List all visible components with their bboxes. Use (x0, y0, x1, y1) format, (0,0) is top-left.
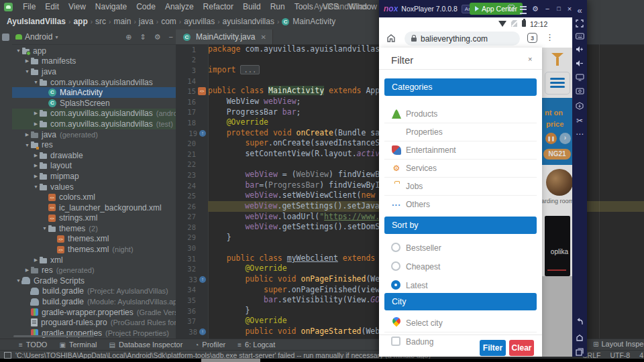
horizontal-scrollbar[interactable] (13, 335, 94, 337)
layout-inspector-button[interactable]: ⊞ Layout Inspector (593, 340, 644, 348)
install-apk-icon[interactable] (572, 102, 587, 110)
tree-item[interactable]: ▶com.ayuvillas.ayuislandvillas(androidTe… (12, 109, 176, 119)
menu-edit[interactable]: Edit (40, 1, 64, 13)
tree-expand-arrow[interactable]: ▼ (41, 226, 48, 231)
tab-mainactivity[interactable]: C MainActivity.java ✕ (176, 29, 273, 44)
tree-item[interactable]: ▶res(generated) (12, 265, 176, 276)
tree-item[interactable]: ▶manifests (12, 56, 176, 67)
tree-item[interactable]: ▼res (12, 139, 176, 150)
tree-item[interactable]: ▼Gradle Scripts (12, 276, 176, 286)
tool-button-terminal[interactable]: ▣Terminal (59, 341, 97, 349)
radio-unselected[interactable] (391, 261, 400, 271)
breadcrumb-item[interactable]: src (94, 17, 107, 26)
volume-up-icon[interactable] (572, 46, 587, 53)
category-item-jobs[interactable]: Jobs (379, 178, 542, 196)
filter-apply-button[interactable]: Filter (480, 340, 506, 356)
radio-selected[interactable] (391, 280, 400, 290)
menu-file[interactable]: File (18, 1, 40, 13)
menu-analyze[interactable]: Analyze (160, 1, 199, 13)
breadcrumb-item[interactable]: MainActivity (291, 17, 337, 26)
category-item-properties[interactable]: Properties (379, 123, 542, 141)
hide-panel-icon[interactable]: − (166, 33, 176, 41)
dialog-close-icon[interactable]: × (528, 55, 532, 63)
tree-item[interactable]: <>ic_launcher_background.xml (12, 202, 176, 213)
breadcrumb-item[interactable]: AyulslandVillas (5, 17, 67, 26)
tree-collapse-arrow[interactable]: ▶ (23, 267, 31, 273)
menu-code[interactable]: Code (131, 1, 160, 13)
tree-collapse-arrow[interactable]: ▶ (32, 257, 40, 263)
sort-option-latest[interactable]: Latest (379, 277, 542, 295)
tree-item[interactable]: <>colors.xml (12, 192, 176, 202)
menu-view[interactable]: View (64, 1, 91, 13)
tree-collapse-arrow[interactable]: ▶ (23, 58, 31, 64)
tree-item[interactable]: <>themes.xml(night) (12, 244, 176, 255)
tree-item[interactable]: ▶mipmap (12, 171, 176, 182)
menu-navigate[interactable]: Navigate (91, 1, 131, 13)
overriding-method-icon[interactable]: ↑ (199, 328, 206, 335)
radio-unselected[interactable] (391, 243, 400, 252)
tree-collapse-arrow[interactable]: ▶ (23, 132, 31, 137)
tree-item[interactable]: ▼themes(2) (12, 223, 176, 234)
tool-button-profiler[interactable]: ◔Profiler (195, 341, 225, 349)
collapse-icon[interactable]: « (572, 5, 587, 15)
tree-collapse-arrow[interactable]: ▶ (32, 153, 40, 158)
tree-expand-arrow[interactable]: ▼ (32, 184, 40, 189)
tree-expand-arrow[interactable]: ▼ (23, 69, 31, 74)
nox-settings-gear-icon[interactable]: ⚙ (531, 4, 540, 13)
breadcrumb-item[interactable]: main (112, 17, 132, 26)
screenshot-icon[interactable] (572, 87, 587, 95)
tree-expand-arrow[interactable]: ▼ (15, 48, 22, 53)
keyboard-icon[interactable] (572, 33, 587, 40)
sort-option-bestseller[interactable]: Bestseller (379, 239, 542, 257)
nav-home-icon[interactable] (572, 334, 587, 342)
tree-item[interactable]: gradle-wrapper.properties(Gradle Version… (12, 307, 176, 318)
sort-option-cheapest[interactable]: Cheapest (379, 258, 542, 276)
checkbox-unchecked[interactable] (391, 337, 400, 346)
tree-expand-arrow[interactable]: ▼ (23, 143, 31, 147)
breadcrumb-item[interactable]: com (160, 17, 178, 26)
tree-item[interactable]: ▼java (12, 66, 176, 77)
tree-item[interactable]: <>themes.xml (12, 234, 176, 245)
breadcrumb-item[interactable]: app (72, 17, 89, 26)
tree-item[interactable]: <>strings.xml (12, 213, 176, 224)
menu-refactor[interactable]: Refactor (199, 1, 238, 13)
tree-collapse-arrow[interactable]: ▶ (32, 163, 40, 168)
tool-button-todo[interactable]: ≡TODO (19, 341, 47, 349)
settings-gear-icon[interactable]: ⚙ (152, 33, 164, 42)
theme-shirt-icon[interactable] (506, 4, 516, 13)
tool-button-database-inspector[interactable]: ▤Database Inspector (109, 341, 182, 349)
tree-item[interactable]: ▶xml (12, 255, 176, 265)
tree-item[interactable]: build.gradle(Module: AyulslandVillas.app… (12, 296, 176, 307)
breadcrumb-item[interactable]: ayuvillas (182, 17, 216, 26)
tree-item[interactable]: ▶layout (12, 161, 176, 172)
nox-menu-icon[interactable] (519, 4, 528, 13)
tree-collapse-arrow[interactable]: ▶ (32, 121, 40, 127)
category-item-products[interactable]: Products (379, 105, 542, 123)
overriding-method-icon[interactable]: ↑ (199, 276, 206, 283)
tree-item[interactable]: ▶drawable (12, 150, 176, 161)
console-icon[interactable] (4, 352, 11, 359)
category-item-services[interactable]: ⚙Services (379, 160, 542, 178)
volume-down-icon[interactable] (572, 60, 587, 67)
filter-clear-button[interactable]: Clear (509, 340, 534, 356)
tree-item[interactable]: ▼com.ayuvillas.ayuislandvillas (12, 77, 176, 88)
tree-item[interactable]: proguard-rules.pro(ProGuard Rules for Ay… (12, 317, 176, 328)
tree-collapse-arrow[interactable]: ▶ (32, 111, 40, 116)
collapse-all-icon[interactable]: ⇕ (137, 33, 148, 42)
tree-item[interactable]: ▼app (12, 46, 176, 56)
overriding-method-icon[interactable]: ↑ (199, 130, 206, 137)
cut-icon[interactable]: ✂ (572, 116, 587, 125)
tab-count-button[interactable]: 3 (527, 33, 537, 43)
locate-file-icon[interactable]: ⊕ (123, 33, 134, 42)
tree-collapse-arrow[interactable]: ▶ (32, 174, 40, 179)
nav-recents-icon[interactable] (572, 348, 587, 356)
category-item-entertainment[interactable]: Entertainment (379, 141, 542, 160)
tree-item[interactable]: build.gradle(Project: AyulslandVillas) (12, 286, 176, 297)
nav-back-icon[interactable] (572, 318, 587, 326)
nox-maximize-icon[interactable]: □ (554, 4, 564, 13)
select-city-row[interactable]: Select city (379, 314, 542, 333)
menu-run[interactable]: Run (266, 1, 290, 13)
browser-home-icon[interactable] (386, 34, 396, 43)
encoding-indicator[interactable]: UTF-8 (610, 351, 630, 359)
indent-indicator[interactable]: 4 spaces (639, 351, 644, 359)
